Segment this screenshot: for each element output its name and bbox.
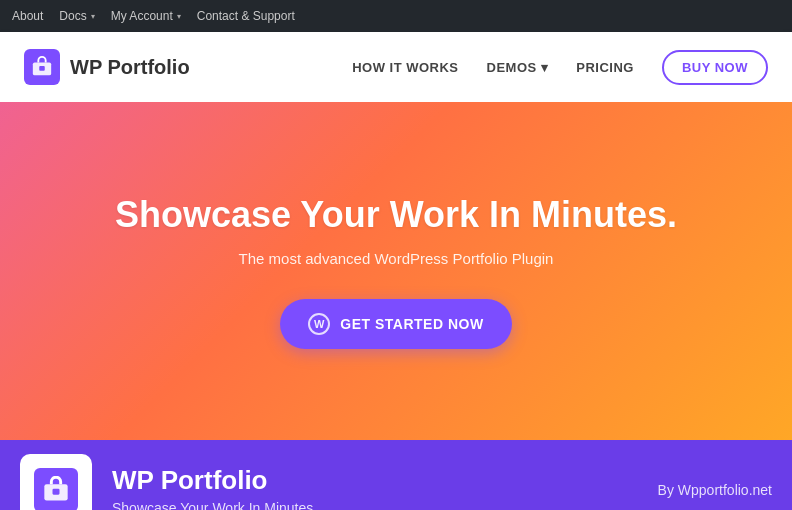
plugin-icon-box bbox=[20, 454, 92, 510]
logo-area[interactable]: WP Portfolio bbox=[24, 49, 190, 85]
wordpress-icon: W bbox=[308, 313, 330, 335]
info-bar: WP Portfolio Showcase Your Work In Minut… bbox=[0, 440, 792, 510]
chevron-down-icon: ▾ bbox=[91, 12, 95, 21]
plugin-info: WP Portfolio Showcase Your Work In Minut… bbox=[112, 465, 638, 511]
nav-how-it-works[interactable]: HOW IT WORKS bbox=[352, 60, 458, 75]
admin-bar: About Docs ▾ My Account ▾ Contact & Supp… bbox=[0, 0, 792, 32]
main-nav: WP Portfolio HOW IT WORKS DEMOS ▾ PRICIN… bbox=[0, 32, 792, 102]
buy-now-button[interactable]: BUY NOW bbox=[662, 50, 768, 85]
plugin-icon bbox=[34, 468, 78, 510]
nav-demos[interactable]: DEMOS ▾ bbox=[487, 60, 549, 75]
nav-pricing[interactable]: PRICING bbox=[576, 60, 634, 75]
nav-links: HOW IT WORKS DEMOS ▾ PRICING BUY NOW bbox=[352, 50, 768, 85]
svg-rect-3 bbox=[53, 489, 60, 495]
hero-subtitle: The most advanced WordPress Portfolio Pl… bbox=[239, 250, 554, 267]
logo-icon bbox=[24, 49, 60, 85]
admin-bar-contact[interactable]: Contact & Support bbox=[197, 9, 295, 23]
admin-bar-docs[interactable]: Docs ▾ bbox=[59, 9, 94, 23]
chevron-down-icon: ▾ bbox=[177, 12, 181, 21]
hero-section: Showcase Your Work In Minutes. The most … bbox=[0, 102, 792, 440]
hero-title: Showcase Your Work In Minutes. bbox=[115, 193, 677, 236]
admin-bar-about[interactable]: About bbox=[12, 9, 43, 23]
logo-text: WP Portfolio bbox=[70, 56, 190, 79]
cta-button[interactable]: W GET STARTED NOW bbox=[280, 299, 511, 349]
plugin-author: By Wpportfolio.net bbox=[658, 482, 772, 498]
svg-rect-1 bbox=[39, 66, 45, 71]
chevron-down-icon: ▾ bbox=[541, 60, 549, 75]
admin-bar-my-account[interactable]: My Account ▾ bbox=[111, 9, 181, 23]
plugin-name: WP Portfolio bbox=[112, 465, 638, 496]
plugin-tagline: Showcase Your Work In Minutes bbox=[112, 500, 638, 511]
